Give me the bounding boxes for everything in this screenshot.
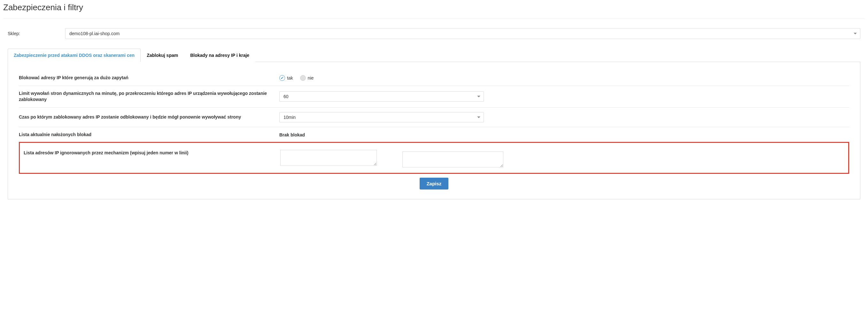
tab-panel: Blokować adresy IP które generują za duż… xyxy=(8,62,860,199)
unblock-time-select-value: 10min xyxy=(283,115,296,120)
radio-yes-label: tak xyxy=(287,75,293,81)
page-root: Zabezpieczenia i filtry Sklep: demo108-p… xyxy=(0,0,868,209)
shop-row: Sklep: demo108-pl.iai-shop.com xyxy=(3,28,865,39)
row-current-blocks: Lista aktualnie nałożonych blokad Brak b… xyxy=(19,127,849,142)
button-row: Zapisz xyxy=(19,178,849,190)
ignored-ips-textarea[interactable] xyxy=(280,150,377,166)
ignored-ips-textarea-extra[interactable] xyxy=(402,152,503,167)
current-blocks-value: Brak blokad xyxy=(279,132,305,137)
radio-no-label: nie xyxy=(308,75,314,81)
row-unblock-time-label: Czas po którym zablokowany adres IP zost… xyxy=(19,114,279,121)
chevron-down-icon xyxy=(477,96,480,97)
radio-no[interactable]: nie xyxy=(300,75,314,81)
shop-select-value: demo108-pl.iai-shop.com xyxy=(69,31,120,36)
tabs-container: Zabezpieczenie przed atakami DDOS oraz s… xyxy=(3,49,865,199)
tab-ipblock[interactable]: Blokady na adresy IP i kraje xyxy=(184,49,255,62)
row-block-ips-label: Blokować adresy IP które generują za duż… xyxy=(19,75,279,81)
row-block-ips: Blokować adresy IP które generują za duż… xyxy=(19,70,849,86)
radio-yes[interactable]: ✔ tak xyxy=(279,75,293,81)
tabs: Zabezpieczenie przed atakami DDOS oraz s… xyxy=(8,49,860,62)
limit-select-value: 60 xyxy=(283,94,288,99)
save-button[interactable]: Zapisz xyxy=(420,178,449,190)
shop-select[interactable]: demo108-pl.iai-shop.com xyxy=(65,28,860,39)
row-limit: Limit wywołań stron dynamicznych na minu… xyxy=(19,86,849,107)
radio-unchecked-icon xyxy=(300,75,306,81)
page-title: Zabezpieczenia i filtry xyxy=(3,3,865,15)
limit-select[interactable]: 60 xyxy=(279,91,484,102)
tab-ddos[interactable]: Zabezpieczenie przed atakami DDOS oraz s… xyxy=(8,49,141,62)
row-unblock-time: Czas po którym zablokowany adres IP zost… xyxy=(19,107,849,127)
tab-spam[interactable]: Zablokuj spam xyxy=(141,49,184,62)
chevron-down-icon xyxy=(854,33,857,34)
shop-label: Sklep: xyxy=(8,31,65,36)
unblock-time-select[interactable]: 10min xyxy=(279,112,484,122)
check-icon: ✔ xyxy=(281,76,284,80)
radio-checked-icon: ✔ xyxy=(279,75,285,81)
row-ignored-ips-label: Lista adresów IP ignorowanych przez mech… xyxy=(24,150,280,156)
extra-textarea-wrap xyxy=(402,152,849,167)
title-divider xyxy=(3,18,865,19)
row-current-blocks-label: Lista aktualnie nałożonych blokad xyxy=(19,132,279,138)
block-ips-radio-group: ✔ tak nie xyxy=(279,75,313,81)
row-limit-label: Limit wywołań stron dynamicznych na minu… xyxy=(19,90,279,103)
chevron-down-icon xyxy=(477,116,480,118)
